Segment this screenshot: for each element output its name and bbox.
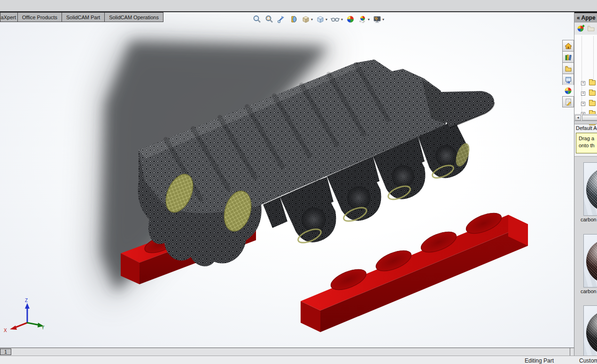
dropdown-caret: ▾ <box>341 17 343 22</box>
view-orientation-button[interactable]: ▾ <box>301 13 313 25</box>
edit-appearance-icon <box>346 15 355 24</box>
viewport-bottom-frame: 1 <box>0 348 597 356</box>
appearances-task-pane: « Appe + + + + ◄ Default A Drag a onto t… <box>574 12 597 356</box>
swatch-carbon-red[interactable] <box>583 234 597 288</box>
pane-splitter[interactable] <box>574 121 597 124</box>
task-pane-tab-file-explorer[interactable] <box>562 62 574 74</box>
dropdown-caret: ▾ <box>311 17 313 22</box>
command-manager-tabs: aXpert Office Products SolidCAM Part Sol… <box>0 12 163 22</box>
task-pane-tab-appearances[interactable] <box>562 85 574 96</box>
menu-strip <box>0 0 597 11</box>
swatch-label: carbon <box>581 217 597 222</box>
display-style-icon <box>316 15 325 24</box>
tree-folder-icon <box>589 80 596 85</box>
zoom-to-fit-icon <box>252 15 262 24</box>
swatch-label: carbon <box>581 288 597 294</box>
add-appearance-button[interactable] <box>577 24 585 35</box>
books-icon <box>565 53 572 61</box>
display-style-button[interactable]: ▾ <box>315 13 328 25</box>
view-settings-icon <box>372 15 382 24</box>
tree-item[interactable]: + <box>574 90 597 98</box>
zoom-to-area-button[interactable] <box>264 13 274 25</box>
tab-office-products[interactable]: Office Products <box>18 12 62 22</box>
fixture-bar-right[interactable] <box>301 209 528 332</box>
triad-z-label: Z <box>25 298 28 303</box>
tooltip-line: onto th <box>579 142 597 149</box>
swatch-carbon-dark[interactable] <box>583 305 597 356</box>
tree-expander[interactable]: + <box>581 91 585 96</box>
triad-y-label: Y <box>41 325 45 330</box>
drag-drop-tooltip: Drag a onto th <box>576 133 597 153</box>
appearances-ball-icon <box>564 87 572 95</box>
tree-folder-icon <box>589 91 596 96</box>
model-tab[interactable]: 1 <box>0 349 11 355</box>
dropdown-caret: ▾ <box>368 17 370 22</box>
tree-item[interactable] <box>574 105 597 114</box>
tree-guide-line <box>593 37 594 81</box>
task-pane-tab-strip <box>562 40 574 107</box>
model-scene: Z X Y <box>0 12 574 348</box>
task-pane-header[interactable]: « Appe <box>574 12 597 23</box>
tab-solidcam-part[interactable]: SolidCAM Part <box>62 12 105 22</box>
zoom-to-fit-button[interactable] <box>252 13 262 25</box>
section-view-button[interactable] <box>288 13 299 25</box>
graphics-viewport[interactable]: Z X Y ▾ ▾ ▾ ▾ ▾ <box>0 12 574 348</box>
frame-divider <box>570 348 570 356</box>
tree-expander[interactable]: + <box>581 81 585 85</box>
task-pane-toolbar <box>574 23 597 35</box>
triad-x-label: X <box>4 328 7 333</box>
heads-up-view-toolbar: ▾ ▾ ▾ ▾ ▾ <box>252 14 385 25</box>
open-folder-icon <box>587 25 595 32</box>
apply-scene-button[interactable]: ▾ <box>357 13 370 25</box>
editing-mode-status: Editing Part <box>525 357 554 364</box>
tooltip-line: Drag a <box>579 135 597 142</box>
home-icon <box>565 42 572 50</box>
default-appearance-label: Default A <box>576 125 597 131</box>
previous-view-icon <box>277 15 286 24</box>
swatch-carbon-blue[interactable] <box>583 162 597 216</box>
task-pane-tab-custom-properties[interactable] <box>562 96 574 107</box>
folder-icon <box>565 65 572 72</box>
previous-view-button[interactable] <box>276 13 287 25</box>
task-pane-tab-resources[interactable] <box>562 40 574 51</box>
dropdown-caret: ▾ <box>382 17 384 22</box>
tab-solidcam-operations[interactable]: SolidCAM Operations <box>105 12 163 22</box>
orientation-triad: Z X Y <box>4 298 45 333</box>
section-view-icon <box>289 15 298 24</box>
edit-appearance-button[interactable] <box>345 13 356 25</box>
open-folder-button[interactable] <box>587 25 595 34</box>
tree-item[interactable]: + <box>574 79 597 88</box>
appearance-swatch-list: carbon carbon <box>574 156 597 356</box>
add-appearance-icon <box>577 24 585 33</box>
hide-show-items-icon <box>330 15 341 24</box>
document-pencil-icon <box>565 98 572 106</box>
units-status[interactable]: Custom <box>579 357 597 364</box>
task-pane-tab-design-library[interactable] <box>562 51 574 62</box>
appearances-tree[interactable]: + + + + <box>574 35 597 114</box>
tab-dimxpert[interactable]: aXpert <box>0 12 18 22</box>
task-pane-tab-view-palette[interactable] <box>562 74 574 85</box>
view-palette-icon <box>565 76 572 83</box>
view-settings-button[interactable]: ▾ <box>372 13 385 25</box>
hide-show-items-button[interactable]: ▾ <box>330 13 343 25</box>
view-orientation-icon <box>301 15 310 24</box>
side-wing <box>441 91 494 128</box>
solidworks-window: aXpert Office Products SolidCAM Part Sol… <box>0 0 597 364</box>
dropdown-caret: ▾ <box>326 17 327 22</box>
apply-scene-icon <box>358 15 367 24</box>
tree-horizontal-scrollbar[interactable]: ◄ <box>574 114 597 121</box>
zoom-to-area-icon <box>264 15 274 24</box>
status-bar: Editing Part Custom <box>0 356 597 364</box>
scrollbar-thumb[interactable] <box>582 115 597 121</box>
scroll-left-button[interactable]: ◄ <box>575 115 581 121</box>
